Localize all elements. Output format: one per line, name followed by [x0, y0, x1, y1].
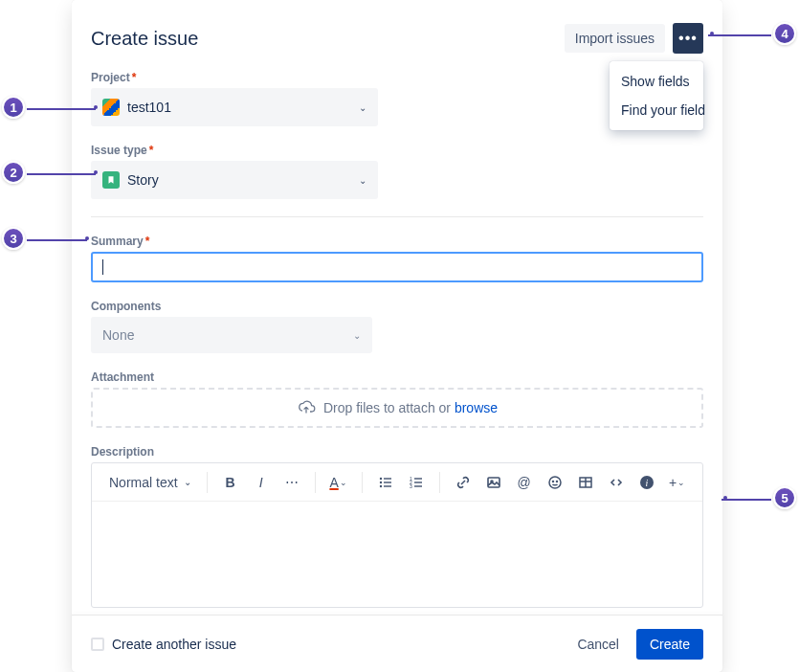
create-issue-modal: Create issue Import issues ••• Show fiel… — [72, 0, 722, 672]
modal-footer: Create another issue Cancel Create — [72, 615, 722, 672]
chevron-down-icon: ⌄ — [340, 478, 347, 487]
text-style-select[interactable]: Normal text ⌄ — [103, 471, 197, 494]
required-mark: * — [132, 71, 137, 84]
description-label: Description — [91, 445, 703, 459]
callout-dot — [85, 236, 89, 240]
svg-text:3: 3 — [410, 483, 412, 489]
header-actions: Import issues ••• Show fields Find your … — [565, 23, 703, 54]
chevron-down-icon: ⌄ — [184, 477, 191, 487]
svg-text:i: i — [645, 478, 648, 488]
svg-rect-3 — [384, 482, 391, 482]
callout-5: 5 — [773, 486, 796, 509]
callout-4: 4 — [773, 22, 796, 45]
toolbar-separator — [207, 472, 208, 493]
emoji-button[interactable] — [542, 469, 568, 496]
svg-point-16 — [556, 481, 557, 482]
mention-button[interactable]: @ — [511, 469, 538, 496]
svg-rect-9 — [414, 482, 422, 482]
issue-type-select[interactable]: Story ⌄ — [91, 161, 378, 199]
menu-show-fields[interactable]: Show fields — [610, 67, 703, 96]
description-editor: Normal text ⌄ B I ⋯ A ⌄ — [91, 462, 703, 608]
attachment-field: Attachment Drop files to attach or brows… — [91, 370, 703, 428]
upload-icon — [297, 400, 316, 415]
svg-point-14 — [549, 477, 561, 488]
create-another-toggle[interactable]: Create another issue — [91, 637, 236, 652]
required-mark: * — [145, 235, 150, 248]
browse-link[interactable]: browse — [455, 400, 498, 415]
svg-rect-1 — [384, 478, 391, 479]
text-color-button[interactable]: A ⌄ — [325, 469, 352, 496]
editor-toolbar: Normal text ⌄ B I ⋯ A ⌄ — [92, 463, 702, 502]
project-select[interactable]: test101 ⌄ — [91, 88, 378, 126]
issue-type-value: Story — [127, 172, 359, 188]
chevron-down-icon: ⌄ — [677, 478, 685, 487]
italic-button[interactable]: I — [248, 469, 275, 496]
toolbar-separator — [439, 472, 440, 493]
toolbar-separator — [362, 472, 363, 493]
more-actions-button[interactable]: ••• — [673, 23, 703, 54]
table-button[interactable] — [572, 469, 599, 496]
info-button[interactable]: i — [633, 469, 660, 496]
svg-rect-11 — [414, 485, 422, 486]
summary-input[interactable] — [91, 252, 703, 282]
svg-rect-5 — [384, 485, 391, 486]
description-field: Description Normal text ⌄ B I ⋯ A ⌄ — [91, 445, 703, 608]
modal-header: Create issue Import issues ••• Show fiel… — [72, 0, 722, 61]
footer-actions: Cancel Create — [567, 629, 703, 660]
issue-type-field: Issue type* Story ⌄ — [91, 144, 703, 199]
attachment-text: Drop files to attach or browse — [323, 400, 498, 415]
link-button[interactable] — [450, 469, 477, 496]
image-button[interactable] — [480, 469, 507, 496]
svg-point-15 — [552, 481, 553, 482]
components-field: Components None ⌄ — [91, 300, 703, 353]
svg-point-2 — [379, 481, 381, 482]
chevron-down-icon: ⌄ — [359, 175, 366, 186]
callout-dot — [94, 105, 98, 109]
code-button[interactable] — [603, 469, 630, 496]
divider — [91, 216, 703, 217]
modal-body: Project* test101 ⌄ Issue type* Story ⌄ — [72, 61, 722, 615]
menu-find-field[interactable]: Find your field — [610, 96, 703, 124]
components-select[interactable]: None ⌄ — [91, 317, 372, 353]
checkbox-icon[interactable] — [91, 638, 104, 651]
components-value: None — [102, 327, 353, 343]
cancel-button[interactable]: Cancel — [567, 629, 629, 660]
project-value: test101 — [127, 100, 359, 115]
story-icon — [102, 171, 120, 189]
callout-dot — [710, 32, 714, 35]
attachment-label: Attachment — [91, 370, 703, 384]
page-title: Create issue — [91, 28, 198, 50]
bold-button[interactable]: B — [217, 469, 244, 496]
more-formatting-button[interactable]: ⋯ — [278, 469, 305, 496]
toolbar-separator — [315, 472, 316, 493]
chevron-down-icon: ⌄ — [353, 330, 361, 341]
project-icon — [102, 99, 120, 116]
callout-1: 1 — [2, 96, 25, 119]
callout-dot — [723, 496, 727, 500]
callout-2: 2 — [2, 161, 25, 184]
svg-point-4 — [379, 484, 381, 486]
issue-type-label: Issue type* — [91, 144, 703, 157]
more-actions-menu: Show fields Find your field — [610, 61, 703, 130]
svg-rect-7 — [414, 478, 422, 479]
create-button[interactable]: Create — [636, 629, 703, 660]
summary-field: Summary* — [91, 235, 703, 282]
insert-more-button[interactable]: +⌄ — [664, 469, 691, 496]
chevron-down-icon: ⌄ — [359, 102, 366, 113]
callout-3: 3 — [2, 227, 25, 250]
attachment-dropzone[interactable]: Drop files to attach or browse — [91, 388, 703, 428]
description-textarea[interactable] — [92, 502, 702, 607]
callout-dot — [94, 170, 98, 174]
text-cursor — [102, 259, 103, 275]
svg-rect-12 — [488, 478, 499, 487]
more-icon: ••• — [678, 30, 698, 47]
components-label: Components — [91, 300, 703, 313]
create-another-label: Create another issue — [112, 637, 236, 652]
svg-point-0 — [379, 477, 381, 479]
bullet-list-button[interactable] — [372, 469, 399, 496]
numbered-list-button[interactable]: 123 — [403, 469, 430, 496]
required-mark: * — [149, 144, 154, 157]
import-issues-button[interactable]: Import issues — [565, 24, 665, 53]
summary-label: Summary* — [91, 235, 703, 248]
